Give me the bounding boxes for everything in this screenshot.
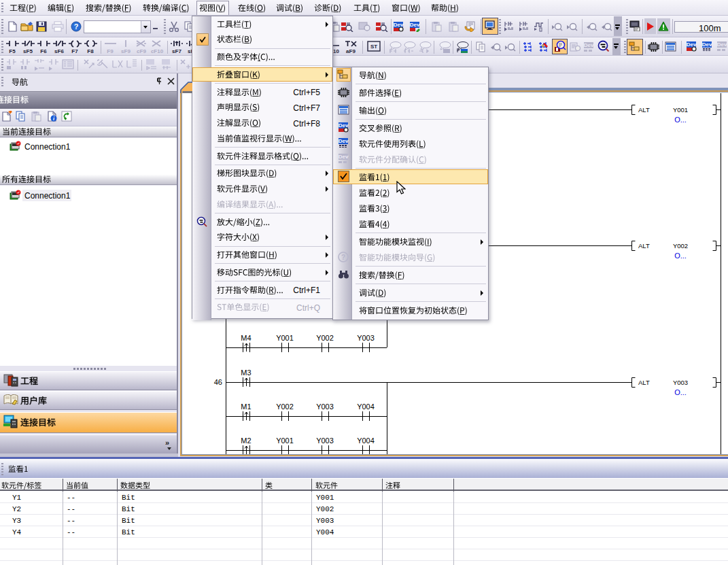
svg-text:F8: F8 [87, 48, 94, 54]
svg-text:Dev: Dev [339, 138, 349, 144]
svg-text:Dev: Dev [339, 122, 349, 129]
svg-text:aF9: aF9 [346, 48, 356, 54]
svg-text:sF6: sF6 [54, 48, 64, 54]
svg-text:cF10: cF10 [151, 48, 164, 54]
svg-text:Dev: Dev [717, 41, 727, 48]
svg-text:F5: F5 [9, 48, 16, 54]
svg-text:ST: ST [370, 44, 377, 50]
svg-text:Dev: Dev [584, 42, 594, 48]
svg-text:cF9: cF9 [137, 48, 146, 54]
svg-text:Dev: Dev [339, 154, 349, 160]
svg-text:sF9: sF9 [121, 48, 131, 54]
svg-text:Dev: Dev [410, 22, 420, 28]
svg-text:Dev: Dev [702, 41, 712, 48]
svg-text:Dev: Dev [394, 22, 404, 28]
svg-text:sF5: sF5 [23, 48, 33, 54]
svg-text:F7: F7 [71, 48, 78, 54]
svg-text:Dev: Dev [687, 41, 697, 48]
svg-text:sF7: sF7 [172, 48, 181, 54]
svg-text:F9: F9 [107, 48, 114, 54]
svg-text:?: ? [74, 22, 79, 31]
svg-text:F6: F6 [40, 48, 47, 54]
svg-text:?: ? [341, 254, 345, 261]
